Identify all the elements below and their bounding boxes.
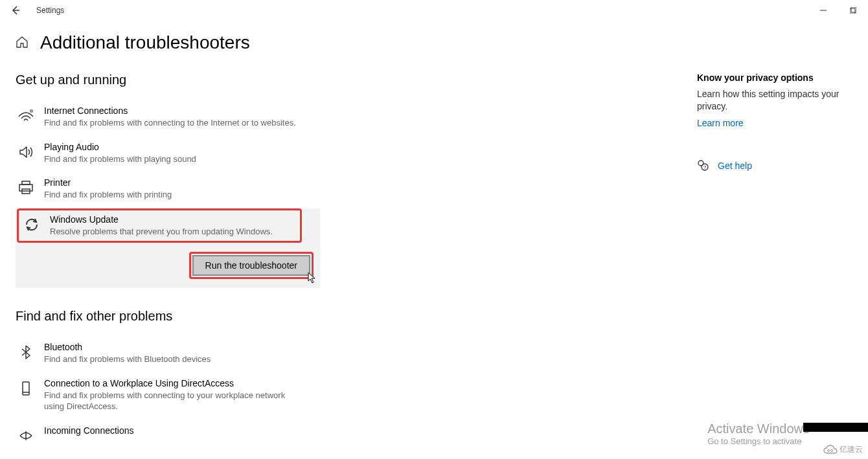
audio-icon [16,142,36,162]
troubleshooter-directaccess[interactable]: Connection to a Workplace Using DirectAc… [16,372,307,419]
troubleshooter-title: Bluetooth [44,342,307,352]
window-controls [808,0,868,21]
run-troubleshooter-highlight: Run the troubleshooter [189,252,314,279]
right-sidebar: Know your privacy options Learn how this… [697,61,852,446]
troubleshooter-title: Internet Connections [44,106,307,116]
activation-title: Activate Windows [707,421,810,436]
troubleshooter-desc: Find and fix problems with playing sound [44,153,307,165]
minimize-icon [820,7,827,14]
bluetooth-icon [16,342,36,363]
phone-icon [16,378,36,399]
back-button[interactable] [5,0,26,21]
help-icon: ? [697,159,709,173]
svg-rect-6 [19,185,32,191]
troubleshooter-title: Connection to a Workplace Using DirectAc… [44,378,307,388]
cursor-icon [308,272,317,284]
get-help-row[interactable]: ? Get help [697,159,852,173]
main-content: Get up and running Internet Connections … [16,61,469,446]
troubleshooter-title: Playing Audio [44,142,307,152]
watermark-logo: 亿速云 [823,444,863,455]
maximize-icon [850,7,856,14]
svg-rect-3 [851,7,856,12]
troubleshooter-bluetooth[interactable]: Bluetooth Find and fix problems with Blu… [16,335,307,372]
svg-rect-4 [30,110,32,112]
window-title: Settings [36,6,64,15]
troubleshooter-internet-connections[interactable]: Internet Connections Find and fix proble… [16,99,307,135]
svg-text:?: ? [703,164,707,170]
page-title: Additional troubleshooters [40,32,250,53]
troubleshooter-desc: Find and fix problems with printing [44,189,307,201]
troubleshooter-title: Windows Update [50,214,297,225]
wifi-icon [16,106,36,126]
minimize-button[interactable] [808,0,838,21]
redaction-box [803,423,868,432]
get-help-link[interactable]: Get help [718,161,752,171]
privacy-heading: Know your privacy options [697,73,852,83]
troubleshooter-desc: Find and fix problems with connecting to… [44,390,307,412]
update-icon [21,214,42,235]
svg-rect-2 [850,8,855,14]
troubleshooter-desc: Resolve problems that prevent you from u… [50,226,297,238]
troubleshooter-playing-audio[interactable]: Playing Audio Find and fix problems with… [16,135,307,172]
section-heading-getup: Get up and running [16,73,469,87]
printer-icon [16,177,36,198]
titlebar: Settings [0,0,868,21]
privacy-text: Learn how this setting impacts your priv… [697,88,852,113]
troubleshooter-title: Incoming Connections [44,425,307,436]
troubleshooter-windows-update-selected: Windows Update Resolve problems that pre… [16,208,320,289]
svg-point-15 [831,449,833,451]
cloud-icon [823,445,838,455]
troubleshooter-windows-update[interactable]: Windows Update Resolve problems that pre… [17,208,302,243]
watermark-text: 亿速云 [839,444,863,455]
activation-watermark: Activate Windows Go to Settings to activ… [707,421,810,446]
troubleshooter-printer[interactable]: Printer Find and fix problems with print… [16,171,307,207]
page-header: Additional troubleshooters [0,21,868,61]
troubleshooter-desc: Find and fix problems with Bluetooth dev… [44,353,307,365]
section-heading-other: Find and fix other problems [16,309,469,324]
svg-point-14 [828,449,830,451]
svg-rect-8 [23,382,29,395]
home-icon[interactable] [16,36,29,50]
troubleshooter-incoming-connections[interactable]: Incoming Connections [16,419,307,446]
back-arrow-icon [10,5,21,16]
incoming-icon [16,425,36,446]
learn-more-link[interactable]: Learn more [697,118,852,128]
activation-sub: Go to Settings to activate [707,436,810,446]
troubleshooter-title: Printer [44,177,307,188]
maximize-button[interactable] [838,0,868,21]
troubleshooter-desc: Find and fix problems with connecting to… [44,117,307,129]
run-troubleshooter-button[interactable]: Run the troubleshooter [192,255,310,276]
